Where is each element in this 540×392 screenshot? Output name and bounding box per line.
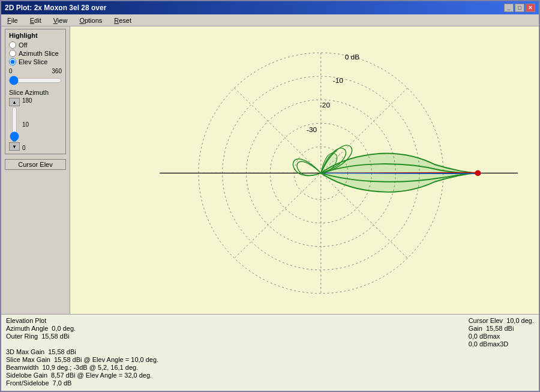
radio-azimuth-input[interactable] (9, 50, 16, 57)
status-row-gain: Gain 15,58 dBi (469, 325, 534, 332)
cursor-elev-button[interactable]: Cursor Elev (5, 159, 66, 170)
slice-azimuth-label: Slice Azimuth (9, 89, 62, 96)
status-row-elev: Elevation Plot (6, 317, 186, 324)
status-value-az: 0,0 deg. (52, 325, 76, 332)
status-row-ring: Outer Ring 15,58 dBi (6, 333, 186, 340)
status-label-elev: Elevation Plot (6, 317, 46, 324)
vert-top-label: 180 (22, 97, 32, 104)
status-value-dbmax3d: 0,0 dBmax3D (469, 340, 509, 348)
radio-off-input[interactable] (9, 41, 16, 49)
highlight-group: Highlight Off Azimuth Slice Elev Slice 0… (5, 29, 66, 154)
plot-area: * Total Field EZNEC+ 28,2 MHz (70, 26, 539, 314)
db-label-10: -10 (333, 76, 344, 85)
status-label-az: Azimuth Angle (6, 325, 48, 332)
menu-options[interactable]: Options (77, 16, 104, 25)
status-row-dbmax3d: 0,0 dBmax3D (469, 340, 534, 348)
window-controls: _ □ ✕ (504, 4, 535, 12)
status-value-dbmax: 0,0 dBmax (469, 333, 500, 340)
status-row-sl: Sidelobe Gain 8,57 dBi @ Elev Angle = 32… (6, 372, 186, 379)
elev-slider[interactable] (10, 106, 19, 142)
svg-line-12 (321, 173, 478, 173)
status-row-slice: Slice Max Gain 15,58 dBi @ Elev Angle = … (6, 356, 186, 363)
vert-bot-label: 0 (22, 145, 32, 151)
status-label-ring: Outer Ring (6, 333, 38, 340)
vert-slider-wrap: ▲ ▼ (9, 98, 20, 151)
status-right: Cursor Elev 10,0 deg. Gain 15,58 dBi 0,0… (469, 317, 534, 388)
status-row-bw: Beamwidth 10,9 deg.; -3dB @ 5,2, 16,1 de… (6, 364, 186, 371)
window-title: 2D Plot: 2x Moxon 3el 28 over (5, 4, 106, 12)
minimize-button[interactable]: _ (504, 4, 514, 12)
radio-elev[interactable]: Elev Slice (9, 58, 62, 65)
db-label-30: -30 (307, 125, 317, 134)
menu-bar: File Edit View Options Reset (1, 14, 539, 26)
status-value-bw: 10,9 deg.; -3dB @ 5,2, 16,1 deg. (42, 364, 138, 371)
azimuth-slider[interactable] (9, 76, 62, 85)
status-row-3d: 3D Max Gain 15,58 dBi (6, 348, 186, 355)
main-window: 2D Plot: 2x Moxon 3el 28 over _ □ ✕ File… (0, 0, 540, 392)
radio-elev-input[interactable] (9, 58, 16, 65)
status-value-cursor-elev: 10,0 deg. (506, 317, 534, 324)
status-label-slice: Slice Max Gain (6, 356, 50, 363)
azimuth-slider-section: 0 360 (9, 68, 62, 86)
status-left: Elevation Plot Azimuth Angle 0,0 deg. Ou… (6, 317, 186, 388)
status-value-slice: 15,58 dBi @ Elev Angle = 10,0 deg. (54, 356, 158, 363)
slider-min: 0 (9, 68, 13, 74)
close-button[interactable]: ✕ (526, 4, 535, 12)
title-bar: 2D Plot: 2x Moxon 3el 28 over _ □ ✕ (1, 1, 539, 14)
status-value-3d: 15,58 dBi (48, 348, 76, 355)
status-value-ring: 15,58 dBi (41, 333, 69, 340)
radio-azimuth[interactable]: Azimuth Slice (9, 50, 62, 57)
slider-labels: 0 360 (9, 68, 62, 74)
menu-file[interactable]: File (5, 16, 20, 25)
status-value-fs: 7,0 dB (53, 379, 72, 387)
status-value-sl: 8,57 dBi @ Elev Angle = 32,0 deg. (51, 372, 152, 379)
vert-labels: 180 10 0 (22, 97, 32, 151)
db-label-0: 0 dB (345, 53, 360, 61)
status-label-sl: Sidelobe Gain (6, 372, 47, 379)
menu-view[interactable]: View (51, 16, 70, 25)
maximize-button[interactable]: □ (515, 4, 524, 12)
vert-slider-row: ▲ ▼ 180 10 0 (9, 97, 62, 151)
left-panel: Highlight Off Azimuth Slice Elev Slice 0… (1, 26, 70, 314)
highlight-label: Highlight (9, 32, 62, 39)
svg-point-13 (475, 170, 481, 176)
up-arrow-button[interactable]: ▲ (9, 98, 20, 106)
status-label-gain: Gain (469, 325, 482, 332)
status-value-blank (6, 340, 8, 348)
status-label-bw: Beamwidth (6, 364, 38, 371)
status-row-cursor-elev: Cursor Elev 10,0 deg. (469, 317, 534, 324)
main-area: Highlight Off Azimuth Slice Elev Slice 0… (1, 26, 539, 314)
status-label-cursor-elev: Cursor Elev (469, 317, 503, 324)
status-row-fs: Front/Sidelobe 7,0 dB (6, 379, 186, 387)
menu-reset[interactable]: Reset (112, 16, 134, 25)
status-bar: Elevation Plot Azimuth Angle 0,0 deg. Ou… (1, 314, 539, 391)
status-row-blank (6, 340, 186, 348)
svg-rect-0 (70, 26, 539, 314)
vert-mid-label: 10 (22, 121, 32, 128)
status-label-3d: 3D Max Gain (6, 348, 44, 355)
plot-svg: 0 dB -10 -20 -30 (70, 26, 539, 314)
status-row-dbmax: 0,0 dBmax (469, 333, 534, 340)
status-row-az: Azimuth Angle 0,0 deg. (6, 325, 186, 332)
down-arrow-button[interactable]: ▼ (9, 142, 20, 151)
db-label-20: -20 (320, 101, 331, 109)
slider-max: 360 (52, 68, 62, 74)
radio-off[interactable]: Off (9, 41, 62, 49)
menu-edit[interactable]: Edit (28, 16, 44, 25)
status-value-gain: 15,58 dBi (486, 325, 514, 332)
status-label-fs: Front/Sidelobe (6, 379, 49, 387)
